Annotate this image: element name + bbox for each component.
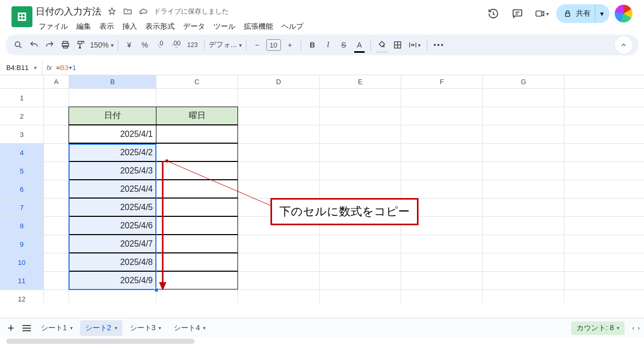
tab-nav-left-icon[interactable]: ‹	[632, 324, 634, 332]
tab-caret-icon[interactable]: ▾	[159, 325, 161, 331]
undo-icon[interactable]	[27, 38, 41, 52]
collapse-toolbar-icon[interactable]	[615, 36, 632, 54]
row-header[interactable]: 4	[0, 144, 44, 162]
cloud-saved-icon[interactable]	[138, 6, 149, 17]
print-icon[interactable]	[59, 38, 72, 52]
history-icon[interactable]	[484, 4, 503, 23]
tab-caret-icon[interactable]: ▾	[203, 325, 206, 331]
svg-point-9	[434, 44, 436, 46]
font-dropdown[interactable]: デフォ...▾	[209, 40, 242, 50]
menu-file[interactable]: ファイル	[36, 20, 71, 33]
increase-decimal-button[interactable]: .00→	[170, 38, 183, 52]
name-box[interactable]: B4:B11 ▾	[0, 64, 42, 72]
name-box-caret-icon[interactable]: ▾	[34, 65, 37, 71]
comments-icon[interactable]	[508, 4, 527, 23]
menu-data[interactable]: データ	[180, 20, 208, 33]
strikethrough-button[interactable]: S	[337, 38, 351, 52]
col-header[interactable]: D	[238, 75, 320, 89]
merge-button[interactable]: ▾	[406, 38, 423, 52]
formula-bar: B4:B11 ▾ fx =B3+1	[0, 61, 644, 75]
borders-button[interactable]	[391, 38, 404, 52]
toolbar: 150%▾ ¥ % .0← .00→ 123 デフォ...▾ − 10 + B …	[5, 34, 639, 55]
col-header[interactable]: C	[156, 75, 238, 89]
col-header[interactable]: B	[69, 75, 156, 89]
svg-line-15	[167, 161, 272, 206]
move-folder-icon[interactable]	[122, 6, 133, 17]
save-status: ドライブに保存しました	[154, 7, 229, 16]
increase-font-button[interactable]: +	[283, 38, 297, 52]
search-icon[interactable]	[12, 38, 25, 52]
row-header[interactable]: 8	[0, 217, 44, 235]
svg-rect-2	[566, 13, 570, 16]
formula-input[interactable]: =B3+1	[56, 64, 76, 72]
col-header[interactable]: E	[320, 75, 401, 89]
star-icon[interactable]	[107, 6, 117, 17]
status-count[interactable]: カウント: 8▾	[571, 321, 625, 335]
svg-point-10	[437, 44, 439, 46]
svg-point-3	[15, 42, 20, 47]
italic-button[interactable]: I	[321, 38, 335, 52]
row-header[interactable]: 2	[0, 107, 44, 125]
svg-rect-7	[78, 41, 82, 44]
fx-icon: fx	[42, 61, 56, 75]
spreadsheet-grid[interactable]: ABCDEFG12日付曜日32025/4/142025/4/252025/4/3…	[0, 75, 644, 303]
document-title[interactable]: 日付の入力方法	[36, 5, 101, 18]
more-tools-icon[interactable]	[432, 38, 445, 52]
row-header[interactable]: 11	[0, 272, 44, 290]
decrease-decimal-button[interactable]: .0←	[154, 38, 167, 52]
row-header[interactable]: 9	[0, 235, 44, 253]
svg-marker-13	[159, 282, 166, 291]
row-header[interactable]: 3	[0, 125, 44, 144]
meet-icon[interactable]: ▾	[532, 4, 551, 23]
row-header[interactable]: 5	[0, 162, 44, 180]
currency-button[interactable]: ¥	[122, 38, 136, 52]
menu-insert[interactable]: 挿入	[119, 20, 140, 33]
row-header[interactable]: 1	[0, 89, 44, 107]
all-sheets-icon[interactable]	[20, 321, 33, 335]
paint-format-icon[interactable]	[74, 38, 88, 52]
row-header[interactable]: 7	[0, 199, 44, 217]
sheet-tab[interactable]: シート3▾	[125, 320, 167, 336]
fill-color-button[interactable]	[375, 38, 389, 52]
menu-extensions[interactable]: 拡張機能	[241, 20, 276, 33]
font-size-input[interactable]: 10	[266, 39, 281, 51]
menubar: ファイル 編集 表示 挿入 表示形式 データ ツール 拡張機能 ヘルプ	[36, 20, 484, 33]
row-header[interactable]: 6	[0, 180, 44, 199]
percent-button[interactable]: %	[138, 38, 152, 52]
zoom-value: 150%	[90, 41, 109, 49]
text-color-button[interactable]: A	[353, 38, 366, 52]
tab-nav-right-icon[interactable]: ›	[638, 324, 640, 332]
menu-format[interactable]: 表示形式	[142, 20, 178, 33]
col-header[interactable]: F	[401, 75, 483, 89]
redo-icon[interactable]	[43, 38, 57, 52]
tab-caret-icon[interactable]: ▾	[115, 325, 117, 331]
row-header[interactable]: 12	[0, 290, 44, 303]
row-header[interactable]: 10	[0, 253, 44, 272]
col-header[interactable]: G	[483, 75, 564, 89]
menu-tools[interactable]: ツール	[210, 20, 239, 33]
menu-view[interactable]: 表示	[96, 20, 117, 33]
share-caret-icon[interactable]: ▾	[595, 4, 608, 23]
horizontal-scrollbar[interactable]	[6, 339, 195, 344]
decrease-font-button[interactable]: −	[251, 38, 264, 52]
header-actions: ▾ 共有 ▾	[484, 4, 640, 23]
menu-help[interactable]: ヘルプ	[278, 20, 307, 33]
zoom-dropdown[interactable]: 150%▾	[90, 41, 114, 49]
font-name: デフォ...	[209, 40, 237, 50]
sheet-tab[interactable]: シート1▾	[36, 320, 78, 336]
share-label: 共有	[576, 9, 591, 18]
titlebar: 日付の入力方法 ドライブに保存しました ファイル 編集 表示 挿入 表示形式 デ…	[0, 0, 644, 33]
sheet-tab[interactable]: シート2▾	[80, 320, 122, 336]
avatar[interactable]	[615, 5, 632, 22]
add-sheet-button[interactable]: +	[4, 321, 18, 335]
bold-button[interactable]: B	[306, 38, 319, 52]
sheet-tab[interactable]: シート4▾	[168, 320, 211, 336]
menu-edit[interactable]: 編集	[73, 20, 94, 33]
svg-rect-0	[513, 10, 522, 16]
col-header[interactable]: A	[44, 75, 69, 89]
sheets-logo[interactable]	[12, 6, 32, 27]
tab-caret-icon[interactable]: ▾	[70, 325, 73, 331]
more-formats-button[interactable]: 123	[185, 38, 200, 52]
share-button[interactable]: 共有 ▾	[556, 4, 609, 23]
sheet-tab-bar: + シート1▾シート2▾シート3▾シート4▾ カウント: 8▾ ‹ ›	[0, 318, 644, 338]
